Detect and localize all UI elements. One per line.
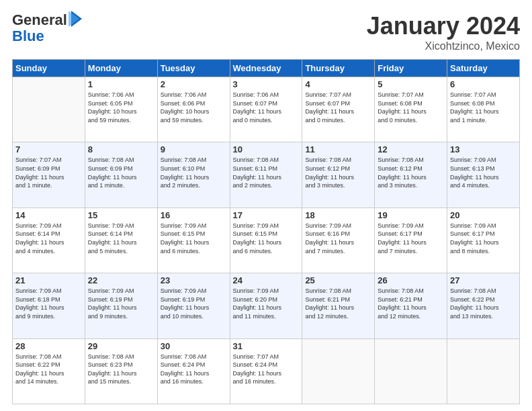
day-info: Sunrise: 7:08 AMSunset: 6:21 PMDaylight:… <box>378 287 444 320</box>
table-cell: 30Sunrise: 7:08 AMSunset: 6:24 PMDayligh… <box>157 338 230 404</box>
day-info: Sunrise: 7:09 AMSunset: 6:17 PMDaylight:… <box>378 222 444 255</box>
day-info: Sunrise: 7:09 AMSunset: 6:17 PMDaylight:… <box>450 222 517 255</box>
day-number: 8 <box>88 144 154 154</box>
day-info: Sunrise: 7:06 AMSunset: 6:07 PMDaylight:… <box>233 91 300 124</box>
day-number: 25 <box>305 275 371 285</box>
table-cell <box>375 338 447 404</box>
day-info: Sunrise: 7:09 AMSunset: 6:19 PMDaylight:… <box>88 287 154 320</box>
day-info: Sunrise: 7:07 AMSunset: 6:24 PMDaylight:… <box>233 353 300 386</box>
title-month: January 2024 <box>367 12 520 40</box>
table-cell: 12Sunrise: 7:08 AMSunset: 6:12 PMDayligh… <box>375 142 447 208</box>
table-cell: 5Sunrise: 7:07 AMSunset: 6:08 PMDaylight… <box>375 77 447 142</box>
day-number: 14 <box>15 210 82 220</box>
table-cell: 7Sunrise: 7:07 AMSunset: 6:09 PMDaylight… <box>13 142 85 208</box>
day-info: Sunrise: 7:06 AMSunset: 6:06 PMDaylight:… <box>161 91 227 124</box>
table-cell: 10Sunrise: 7:08 AMSunset: 6:11 PMDayligh… <box>230 142 302 208</box>
logo: General Blue <box>12 12 83 44</box>
title-location: Xicohtzinco, Mexico <box>367 40 520 52</box>
day-number: 24 <box>233 275 300 285</box>
col-tuesday: Tuesday <box>157 60 230 77</box>
day-info: Sunrise: 7:09 AMSunset: 6:18 PMDaylight:… <box>15 287 82 320</box>
day-number: 11 <box>305 144 371 154</box>
day-number: 9 <box>161 144 227 154</box>
day-info: Sunrise: 7:07 AMSunset: 6:08 PMDaylight:… <box>378 91 444 124</box>
day-number: 1 <box>88 79 154 89</box>
table-cell: 22Sunrise: 7:09 AMSunset: 6:19 PMDayligh… <box>85 273 157 338</box>
table-cell: 19Sunrise: 7:09 AMSunset: 6:17 PMDayligh… <box>375 208 447 273</box>
day-number: 17 <box>233 210 300 220</box>
calendar-header-row: Sunday Monday Tuesday Wednesday Thursday… <box>13 60 520 77</box>
day-number: 18 <box>305 210 371 220</box>
table-cell: 16Sunrise: 7:09 AMSunset: 6:15 PMDayligh… <box>157 208 230 273</box>
table-cell: 23Sunrise: 7:09 AMSunset: 6:19 PMDayligh… <box>157 273 230 338</box>
day-info: Sunrise: 7:09 AMSunset: 6:15 PMDaylight:… <box>233 222 300 255</box>
day-info: Sunrise: 7:09 AMSunset: 6:13 PMDaylight:… <box>450 156 517 189</box>
day-info: Sunrise: 7:08 AMSunset: 6:22 PMDaylight:… <box>450 287 517 320</box>
table-cell: 8Sunrise: 7:08 AMSunset: 6:09 PMDaylight… <box>85 142 157 208</box>
day-number: 4 <box>305 79 371 89</box>
table-cell <box>13 77 85 142</box>
day-number: 29 <box>88 341 154 351</box>
title-block: January 2024 Xicohtzinco, Mexico <box>367 12 520 52</box>
table-cell: 18Sunrise: 7:09 AMSunset: 6:16 PMDayligh… <box>302 208 375 273</box>
table-cell: 20Sunrise: 7:09 AMSunset: 6:17 PMDayligh… <box>447 208 520 273</box>
table-cell: 31Sunrise: 7:07 AMSunset: 6:24 PMDayligh… <box>230 338 302 404</box>
table-cell: 1Sunrise: 7:06 AMSunset: 6:05 PMDaylight… <box>85 77 157 142</box>
day-number: 16 <box>161 210 227 220</box>
day-info: Sunrise: 7:07 AMSunset: 6:09 PMDaylight:… <box>15 156 82 189</box>
day-number: 21 <box>15 275 82 285</box>
table-cell <box>447 338 520 404</box>
day-info: Sunrise: 7:06 AMSunset: 6:05 PMDaylight:… <box>88 91 154 124</box>
table-cell: 26Sunrise: 7:08 AMSunset: 6:21 PMDayligh… <box>375 273 447 338</box>
day-number: 22 <box>88 275 154 285</box>
table-cell: 24Sunrise: 7:09 AMSunset: 6:20 PMDayligh… <box>230 273 302 338</box>
day-info: Sunrise: 7:08 AMSunset: 6:09 PMDaylight:… <box>88 156 154 189</box>
day-number: 13 <box>450 144 517 154</box>
col-friday: Friday <box>375 60 447 77</box>
col-saturday: Saturday <box>447 60 520 77</box>
col-thursday: Thursday <box>302 60 375 77</box>
table-cell: 13Sunrise: 7:09 AMSunset: 6:13 PMDayligh… <box>447 142 520 208</box>
day-info: Sunrise: 7:08 AMSunset: 6:11 PMDaylight:… <box>233 156 300 189</box>
table-cell: 25Sunrise: 7:08 AMSunset: 6:21 PMDayligh… <box>302 273 375 338</box>
logo-blue: Blue <box>12 28 44 44</box>
day-number: 6 <box>450 79 517 89</box>
table-cell: 14Sunrise: 7:09 AMSunset: 6:14 PMDayligh… <box>13 208 85 273</box>
day-info: Sunrise: 7:08 AMSunset: 6:12 PMDaylight:… <box>305 156 371 189</box>
table-cell <box>302 338 375 404</box>
day-number: 3 <box>233 79 300 89</box>
day-number: 5 <box>378 79 444 89</box>
day-number: 12 <box>378 144 444 154</box>
col-wednesday: Wednesday <box>230 60 302 77</box>
day-info: Sunrise: 7:08 AMSunset: 6:21 PMDaylight:… <box>305 287 371 320</box>
table-cell: 21Sunrise: 7:09 AMSunset: 6:18 PMDayligh… <box>13 273 85 338</box>
day-info: Sunrise: 7:09 AMSunset: 6:14 PMDaylight:… <box>15 222 82 255</box>
day-number: 23 <box>161 275 227 285</box>
day-number: 26 <box>378 275 444 285</box>
day-number: 27 <box>450 275 517 285</box>
day-info: Sunrise: 7:09 AMSunset: 6:16 PMDaylight:… <box>305 222 371 255</box>
table-cell: 3Sunrise: 7:06 AMSunset: 6:07 PMDaylight… <box>230 77 302 142</box>
day-info: Sunrise: 7:08 AMSunset: 6:12 PMDaylight:… <box>378 156 444 189</box>
day-number: 31 <box>233 341 300 351</box>
header: General Blue January 2024 Xicohtzinco, M… <box>12 12 520 52</box>
table-cell: 2Sunrise: 7:06 AMSunset: 6:06 PMDaylight… <box>157 77 230 142</box>
day-number: 28 <box>15 341 82 351</box>
table-cell: 6Sunrise: 7:07 AMSunset: 6:08 PMDaylight… <box>447 77 520 142</box>
day-info: Sunrise: 7:08 AMSunset: 6:10 PMDaylight:… <box>161 156 227 189</box>
day-info: Sunrise: 7:08 AMSunset: 6:24 PMDaylight:… <box>161 353 227 386</box>
table-cell: 9Sunrise: 7:08 AMSunset: 6:10 PMDaylight… <box>157 142 230 208</box>
day-info: Sunrise: 7:08 AMSunset: 6:23 PMDaylight:… <box>88 353 154 386</box>
day-info: Sunrise: 7:07 AMSunset: 6:08 PMDaylight:… <box>450 91 517 124</box>
logo-general: General <box>12 12 67 28</box>
day-info: Sunrise: 7:07 AMSunset: 6:07 PMDaylight:… <box>305 91 371 124</box>
col-sunday: Sunday <box>13 60 85 77</box>
day-number: 10 <box>233 144 300 154</box>
table-cell: 29Sunrise: 7:08 AMSunset: 6:23 PMDayligh… <box>85 338 157 404</box>
table-cell: 17Sunrise: 7:09 AMSunset: 6:15 PMDayligh… <box>230 208 302 273</box>
day-number: 30 <box>161 341 227 351</box>
page: General Blue January 2024 Xicohtzinco, M… <box>0 0 532 411</box>
calendar-table: Sunday Monday Tuesday Wednesday Thursday… <box>12 59 520 404</box>
day-number: 15 <box>88 210 154 220</box>
day-number: 2 <box>161 79 227 89</box>
